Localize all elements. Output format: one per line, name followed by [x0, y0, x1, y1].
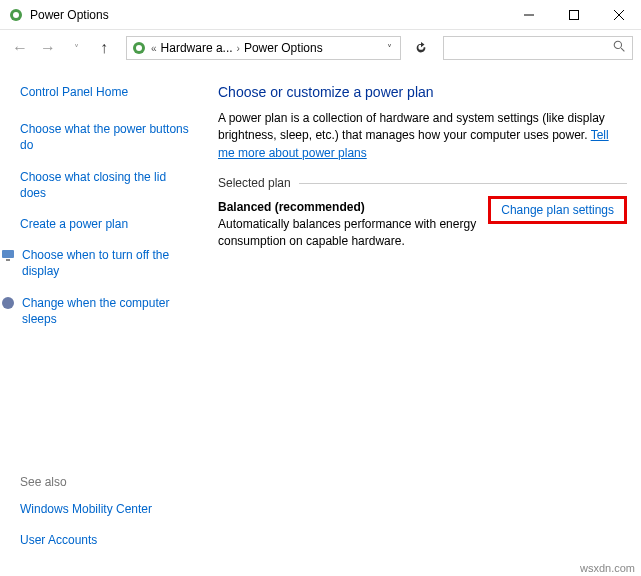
plan-description: Automatically balances performance with …	[218, 216, 480, 250]
sidebar-link-create-plan[interactable]: Create a power plan	[20, 216, 192, 232]
back-button[interactable]: ←	[8, 36, 32, 60]
titlebar: Power Options	[0, 0, 641, 30]
sidebar-link-turn-off-display[interactable]: Choose when to turn off the display	[20, 247, 192, 279]
display-icon	[0, 247, 16, 263]
change-plan-settings-link[interactable]: Change plan settings	[488, 196, 627, 224]
control-panel-home-link[interactable]: Control Panel Home	[20, 84, 192, 100]
breadcrumb-separator-icon: «	[151, 43, 157, 54]
svg-rect-10	[2, 250, 14, 258]
sidebar-link-label: Change when the computer sleeps	[22, 295, 192, 327]
search-icon	[613, 40, 626, 56]
refresh-button[interactable]	[409, 36, 433, 60]
search-input[interactable]	[443, 36, 633, 60]
plan-info: Balanced (recommended) Automatically bal…	[218, 200, 480, 250]
page-description: A power plan is a collection of hardware…	[218, 110, 627, 162]
svg-point-8	[614, 41, 621, 48]
close-button[interactable]	[596, 0, 641, 30]
svg-rect-11	[6, 259, 10, 261]
up-button[interactable]: ↑	[92, 36, 116, 60]
breadcrumb[interactable]: « Hardware a... › Power Options ˅	[126, 36, 401, 60]
selected-plan-label: Selected plan	[218, 176, 627, 190]
breadcrumb-item[interactable]: Hardware a...	[161, 41, 233, 55]
chevron-right-icon: ›	[237, 43, 240, 54]
minimize-button[interactable]	[506, 0, 551, 30]
sidebar: Control Panel Home Choose what the power…	[0, 66, 200, 562]
power-options-icon	[131, 40, 147, 56]
main-panel: Choose or customize a power plan A power…	[200, 66, 641, 562]
sidebar-link-closing-lid[interactable]: Choose what closing the lid does	[20, 169, 192, 201]
power-options-icon	[8, 7, 24, 23]
page-heading: Choose or customize a power plan	[218, 84, 627, 100]
sidebar-link-mobility-center[interactable]: Windows Mobility Center	[20, 501, 192, 517]
window-title: Power Options	[30, 8, 506, 22]
sleep-icon	[0, 295, 16, 311]
sidebar-link-computer-sleeps[interactable]: Change when the computer sleeps	[20, 295, 192, 327]
svg-point-7	[136, 45, 142, 51]
svg-point-12	[2, 297, 14, 309]
sidebar-link-user-accounts[interactable]: User Accounts	[20, 532, 192, 548]
content: Control Panel Home Choose what the power…	[0, 66, 641, 562]
divider	[299, 183, 627, 184]
see-also-label: See also	[20, 475, 192, 489]
window-controls	[506, 0, 641, 30]
maximize-button[interactable]	[551, 0, 596, 30]
breadcrumb-item[interactable]: Power Options	[244, 41, 323, 55]
svg-rect-3	[569, 10, 578, 19]
svg-line-9	[621, 48, 624, 51]
recent-locations-button[interactable]: ˅	[64, 36, 88, 60]
sidebar-link-label: Choose when to turn off the display	[22, 247, 192, 279]
chevron-down-icon[interactable]: ˅	[387, 43, 396, 54]
sidebar-link-power-buttons[interactable]: Choose what the power buttons do	[20, 121, 192, 153]
navbar: ← → ˅ ↑ « Hardware a... › Power Options …	[0, 30, 641, 66]
plan-name: Balanced (recommended)	[218, 200, 480, 214]
svg-point-1	[13, 12, 19, 18]
plan-row: Balanced (recommended) Automatically bal…	[218, 200, 627, 250]
watermark: wsxdn.com	[580, 562, 635, 574]
forward-button[interactable]: →	[36, 36, 60, 60]
